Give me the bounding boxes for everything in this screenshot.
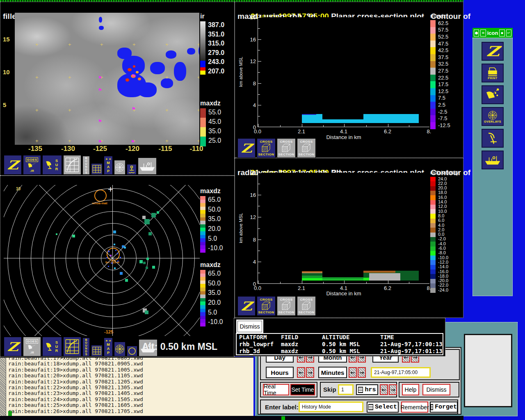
cold-cloud-contour: [166, 50, 176, 59]
help-button[interactable]: Help: [402, 384, 419, 395]
cross-label: CROSS: [300, 140, 313, 144]
cross-label: CROSS: [260, 298, 273, 301]
label-group: Enter label: History Mode Select Remembe…: [260, 399, 458, 414]
toolbar-sur-button[interactable]: SUR: [42, 155, 62, 175]
colorbar-swatch: [430, 223, 436, 228]
antenna-icon: [486, 132, 499, 145]
skip-value-field[interactable]: 1: [338, 384, 354, 395]
skip-forward-button[interactable]: →: [389, 384, 397, 395]
toolbar-xsec-button[interactable]: CROSSSECTION: [297, 138, 316, 158]
latlon-grid-mark: +: [68, 107, 71, 113]
label-field[interactable]: History Mode: [299, 402, 363, 412]
skip-back-button[interactable]: ←: [380, 384, 388, 395]
toolbar-sur-button[interactable]: SUR: [42, 337, 62, 356]
toolbar-sgrid-button[interactable]: [91, 163, 103, 175]
palette-antenna-button[interactable]: [482, 129, 504, 148]
minutes-increment-button[interactable]: →: [358, 367, 366, 378]
window-menu-icon[interactable]: ●: [474, 30, 479, 37]
forget-button[interactable]: Forget: [430, 402, 458, 413]
azimuth-line-ns: [112, 185, 113, 336]
toolbar-grid-button[interactable]: [63, 155, 81, 175]
colorbar-tick-label: 20.0: [208, 225, 221, 233]
colorbar-tick-label: 62.5: [438, 20, 448, 26]
skip-units-button[interactable]: hrs: [356, 384, 378, 395]
toolbar-circle-button[interactable]: [127, 346, 137, 356]
palette-overlays-button[interactable]: OVERLAYS: [482, 107, 504, 126]
remember-button[interactable]: Remember: [401, 402, 428, 413]
x-minor-tick: [409, 125, 409, 127]
toolbar-bounds-button[interactable]: BOUNDS: [82, 338, 90, 356]
palette-dish-button[interactable]: [482, 85, 504, 104]
hours-button[interactable]: Hours: [266, 367, 294, 378]
palette-print-button[interactable]: PRINT: [482, 64, 504, 82]
toolbar-wheel-button[interactable]: [114, 342, 126, 356]
contour-fill: [302, 278, 322, 280]
ir-y-tick-label: 10: [3, 68, 10, 75]
radar-echo: [110, 255, 112, 256]
ir-toolbar: ZGOES.IRSURBOUNDS★ ★MAP: [4, 154, 157, 175]
toolbar-xsec-button[interactable]: CROSSSECTION: [257, 138, 276, 158]
ppi-colorbar1-label: maxdz: [200, 187, 230, 195]
toolbar-map-button[interactable]: ★ ★MAP: [104, 338, 113, 356]
toolbar-grid-button[interactable]: [63, 337, 81, 356]
select-button[interactable]: Select: [367, 402, 399, 413]
minutes-decrement-button[interactable]: ←: [349, 367, 357, 378]
window-list-icon[interactable]: ≡: [480, 30, 486, 37]
toolbar-bounds-button[interactable]: BOUNDS: [82, 156, 90, 175]
contour-fill: [363, 278, 369, 281]
real-time-button[interactable]: Real Time: [263, 384, 289, 395]
colorbar-swatch: [430, 214, 436, 219]
goes-ir-label: .IR: [30, 169, 34, 172]
toolbar-zebra-button[interactable]: Z: [237, 138, 256, 158]
palette-ship-button[interactable]: [482, 151, 504, 169]
icon-palette-titlebar[interactable]: ● ≡ icon ▪ ↵: [472, 28, 513, 38]
toolbar-wheel-button[interactable]: [114, 160, 126, 175]
toolbar-zebra-button[interactable]: Z: [4, 155, 22, 175]
ir-x-tick-label: -120: [126, 145, 139, 153]
colorbar-tick-label: -12.5: [438, 122, 450, 128]
toolbar-xsec-button[interactable]: CROSSSECTION: [277, 296, 296, 316]
xs2-colorbar-label: radialvelocity: [430, 170, 460, 176]
menu-icon: [358, 387, 363, 393]
toolbar-xsec-button[interactable]: CROSSSECTION: [297, 296, 316, 316]
xs1-colorbar-label: maxdz: [430, 13, 460, 19]
history-listbox[interactable]: [464, 334, 512, 407]
colorbar-swatch: [430, 34, 436, 41]
colorbar-tick-label: 27.5: [438, 68, 448, 74]
palette-zebra-button[interactable]: Z: [482, 42, 504, 61]
colorbar-swatch: [430, 195, 436, 200]
x-minor-tick: [280, 125, 281, 127]
minutes-button[interactable]: Minutes: [318, 367, 347, 378]
hours-increment-button[interactable]: →: [306, 367, 314, 378]
ir-colorbar-gradient: [200, 21, 205, 61]
toolbar-zebra-button[interactable]: Z: [4, 337, 22, 356]
toolbar-goes-button[interactable]: GOES.IR: [23, 337, 41, 356]
colorbar-tick-label: -10.0: [208, 318, 223, 326]
toolbar-ship-button[interactable]: [138, 158, 157, 175]
terminal-scrollbar[interactable]: [0, 358, 6, 416]
toolbar-map-button[interactable]: ★ ★MAP: [104, 156, 113, 175]
window-iconify-icon[interactable]: ↵: [506, 30, 511, 37]
set-time-button[interactable]: Set Time: [290, 384, 315, 395]
y-tick-label: 8: [253, 237, 256, 243]
colorbar-swatch: [430, 247, 436, 251]
hours-decrement-button[interactable]: ←: [297, 367, 305, 378]
toolbar-xsec-button[interactable]: CROSSSECTION: [257, 296, 276, 316]
radar-echo: [120, 257, 121, 258]
table-cell: TIME: [380, 334, 443, 341]
x-tick: [302, 281, 302, 283]
ir-x-tick-label: -110: [189, 145, 203, 153]
toolbar-buoy-button[interactable]: [127, 164, 137, 175]
toolbar-xsec-button[interactable]: CROSSSECTION: [277, 138, 296, 158]
window-dot-icon[interactable]: ▪: [499, 30, 504, 37]
toolbar-goes-button[interactable]: GOES.IR: [23, 155, 41, 175]
time-dismiss-button[interactable]: Dismiss: [422, 384, 450, 395]
datetime-field[interactable]: 21-Aug-97,17:05:00: [371, 367, 431, 378]
popup-dismiss-button[interactable]: Dismiss: [237, 321, 262, 332]
toolbar-sgrid-button[interactable]: [91, 345, 103, 356]
table-cell: 0.50 km MSL: [322, 341, 380, 348]
y-minor-tick: [258, 273, 260, 273]
ship-icon: [139, 161, 155, 171]
toolbar-zebra-button[interactable]: Z: [237, 296, 256, 316]
contour-fill: [322, 277, 363, 279]
